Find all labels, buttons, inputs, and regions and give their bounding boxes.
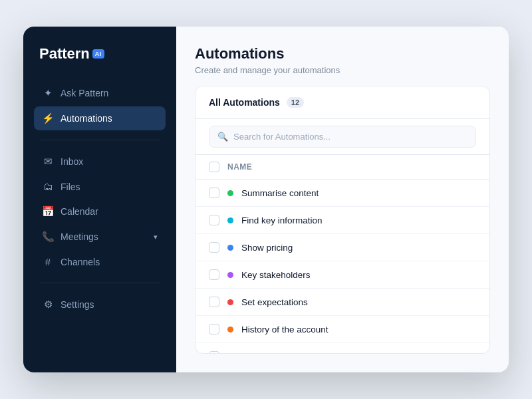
row-checkbox[interactable] [209,188,219,198]
automation-row[interactable]: Find key information [196,207,489,234]
page-subtitle: Create and manage your automations [195,65,490,75]
search-bar: 🔍 [196,119,489,155]
automation-name: History of the account [241,325,329,334]
automation-row[interactable]: Show pricing [196,234,489,261]
status-dot [227,190,233,196]
search-input[interactable] [233,132,467,142]
inbox-icon: ✉ [42,156,54,168]
automation-row[interactable]: Set expectations [196,289,489,316]
app-container: Pattern AI ✦ Ask Pattern ⚡ Automations ✉… [23,27,509,372]
sidebar-item-label: Files [61,182,80,192]
sidebar-item-label: Calendar [61,206,98,217]
sidebar-item-inbox[interactable]: ✉ Inbox [34,150,166,174]
sidebar-divider-bottom [39,283,160,283]
automation-list: Summarise contentFind key informationSho… [196,180,489,354]
search-icon: 🔍 [217,132,228,142]
automation-row[interactable]: Key stakeholders [196,261,489,289]
automation-name: Show pricing [241,243,293,253]
settings-icon: ⚙ [42,299,54,311]
logo-area: Pattern AI [34,45,166,63]
count-badge: 12 [287,97,304,108]
automation-name: Keep in touch [241,352,297,354]
sidebar-divider [39,140,160,140]
sidebar-item-channels[interactable]: # Channels [34,250,166,273]
sidebar-item-label: Meetings [61,231,98,242]
main-content: Automations Create and manage your autom… [176,27,509,372]
automation-name: Find key information [241,215,323,225]
name-column-header: Name [227,162,252,172]
automations-icon: ⚡ [42,112,54,124]
automations-panel: All Automations 12 🔍 Name Summarise cont… [195,86,490,354]
select-all-checkbox[interactable] [209,162,219,172]
files-icon: 🗂 [42,181,54,192]
sidebar-item-label: Automations [61,113,112,124]
page-header: Automations Create and manage your autom… [176,27,509,86]
table-header: Name [196,155,489,180]
sidebar-item-label: Inbox [61,156,83,167]
status-dot [227,245,233,251]
sidebar-navigation: ✦ Ask Pattern ⚡ Automations ✉ Inbox 🗂 Fi… [34,81,166,317]
sidebar-item-settings[interactable]: ⚙ Settings [34,293,166,317]
logo: Pattern AI [39,45,166,63]
calendar-icon: 📅 [42,205,54,217]
logo-badge: AI [92,49,104,59]
sidebar-item-calendar[interactable]: 📅 Calendar [34,200,166,223]
automation-row[interactable]: History of the account [196,316,489,343]
status-dot [227,217,233,223]
hash-icon: # [42,256,54,267]
sidebar-item-files[interactable]: 🗂 Files [34,175,166,198]
row-checkbox[interactable] [209,324,219,334]
automation-name: Summarise content [241,188,319,198]
sidebar-item-label: Channels [61,257,100,267]
automation-name: Set expectations [241,297,308,307]
logo-wordmark: Pattern [39,45,90,63]
row-checkbox[interactable] [209,215,219,225]
panel-title: All Automations [209,97,280,108]
search-input-wrapper[interactable]: 🔍 [209,126,476,148]
chevron-down-icon: ▾ [154,233,158,241]
status-dot [227,299,233,305]
content-area: All Automations 12 🔍 Name Summarise cont… [176,86,509,372]
status-dot [227,354,233,354]
automation-row[interactable]: Keep in touch [196,343,489,354]
sidebar-item-label: Settings [61,299,94,310]
status-dot [227,327,233,332]
sidebar-item-ask-pattern[interactable]: ✦ Ask Pattern [34,81,166,105]
row-checkbox[interactable] [209,297,219,307]
page-title: Automations [195,45,490,63]
status-dot [227,272,233,278]
sidebar-item-automations[interactable]: ⚡ Automations [34,106,166,130]
row-checkbox[interactable] [209,351,219,354]
automation-row[interactable]: Summarise content [196,180,489,207]
automation-name: Key stakeholders [241,270,311,280]
sidebar-item-meetings[interactable]: 📞 Meetings ▾ [34,225,166,249]
sidebar: Pattern AI ✦ Ask Pattern ⚡ Automations ✉… [23,27,176,372]
panel-header: All Automations 12 [196,86,489,119]
row-checkbox[interactable] [209,242,219,253]
row-checkbox[interactable] [209,269,219,280]
phone-icon: 📞 [42,231,54,243]
wand-icon: ✦ [42,87,54,99]
sidebar-item-label: Ask Pattern [61,88,108,98]
